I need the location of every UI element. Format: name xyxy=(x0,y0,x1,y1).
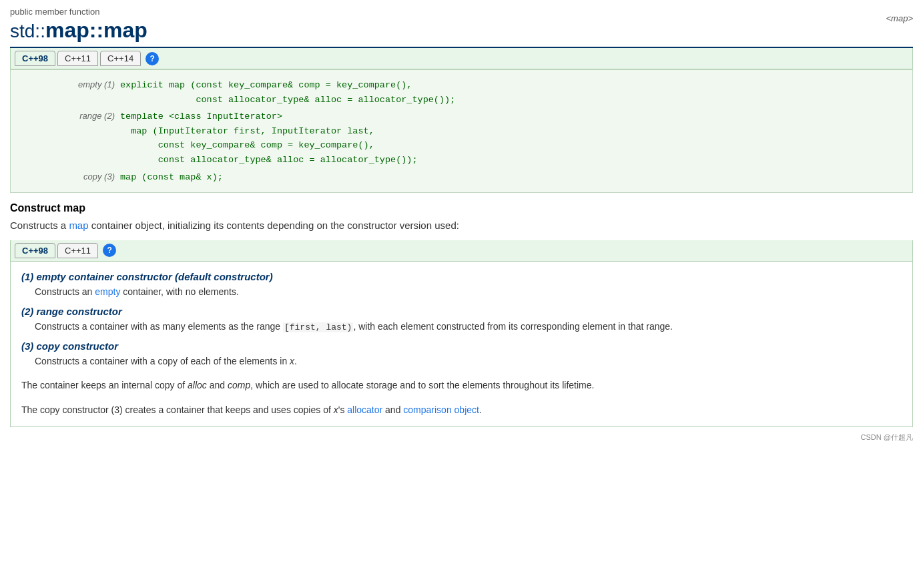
page-subtitle: public member function xyxy=(10,7,913,17)
code-row-empty: empty (1) explicit map (const key_compar… xyxy=(21,77,902,108)
code-content-range: template <class InputIterator> map (Inpu… xyxy=(117,108,902,168)
constructor-2-title: (2) range constructor xyxy=(21,306,902,317)
tab-cpp98-first[interactable]: C++98 xyxy=(15,51,55,66)
second-tab-bar: C++98 C++11 ? xyxy=(10,240,913,262)
section-intro: Constructs a map container object, initi… xyxy=(10,218,913,234)
desc-box: (1) empty container constructor (default… xyxy=(10,262,913,427)
page-wrapper: <map> public member function std::map::m… xyxy=(10,7,913,443)
constructor-3: (3) copy constructor Constructs a contai… xyxy=(21,340,902,368)
allocator-link[interactable]: allocator xyxy=(347,404,382,415)
first-code-block: empty (1) explicit map (const key_compar… xyxy=(10,69,913,193)
first-tab-bar: C++98 C++11 C++14 ? xyxy=(10,48,913,69)
footer-para-1: The container keeps an internal copy of … xyxy=(21,378,902,392)
code-row-range: range (2) template <class InputIterator>… xyxy=(21,108,902,168)
tab-cpp14-first[interactable]: C++14 xyxy=(100,51,141,66)
comparison-link[interactable]: comparison object xyxy=(403,404,479,415)
watermark: CSDN @什超凡 xyxy=(10,432,913,443)
map-link-inline[interactable]: map xyxy=(69,220,88,231)
code-content-empty: explicit map (const key_compare& comp = … xyxy=(117,77,902,108)
code-label-copy: copy (3) xyxy=(21,169,117,186)
tab-cpp98-second[interactable]: C++98 xyxy=(15,243,55,258)
code-row-copy: copy (3) map (const map& x); xyxy=(21,169,902,186)
constructor-2-desc: Constructs a container with as many elem… xyxy=(35,320,902,334)
title-main: map::map xyxy=(45,18,147,42)
code-content-copy: map (const map& x); xyxy=(117,169,902,186)
code-label-empty: empty (1) xyxy=(21,77,117,108)
tab-cpp11-first[interactable]: C++11 xyxy=(57,51,98,66)
constructor-1-desc: Constructs an empty container, with no e… xyxy=(35,285,902,299)
section-heading: Construct map xyxy=(10,202,913,214)
help-icon-second[interactable]: ? xyxy=(103,244,116,257)
constructor-3-desc: Constructs a container with a copy of ea… xyxy=(35,354,902,368)
constructor-2: (2) range constructor Constructs a conta… xyxy=(21,306,902,334)
title-prefix: std:: xyxy=(10,21,45,41)
empty-link[interactable]: empty xyxy=(95,286,120,297)
constructor-1: (1) empty container constructor (default… xyxy=(21,271,902,299)
help-icon-first[interactable]: ? xyxy=(145,52,159,65)
map-link-top[interactable]: <map> xyxy=(886,13,913,23)
tab-cpp11-second[interactable]: C++11 xyxy=(57,243,98,258)
footer-para-2: The copy constructor (3) creates a conta… xyxy=(21,402,902,417)
constructor-3-title: (3) copy constructor xyxy=(21,340,902,352)
code-label-range: range (2) xyxy=(21,108,117,168)
constructor-1-title: (1) empty container constructor (default… xyxy=(21,271,902,282)
page-title: std::map::map xyxy=(10,18,913,43)
